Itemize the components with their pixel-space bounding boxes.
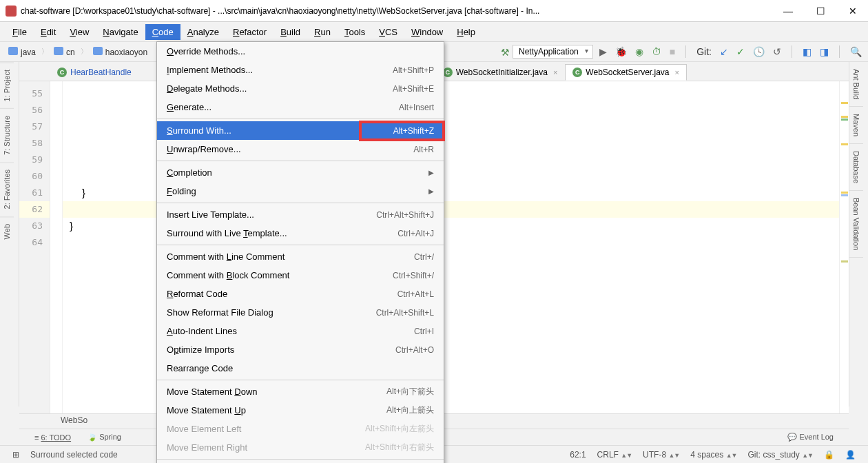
windows-icon[interactable]: ⊞ (7, 450, 25, 460)
run-config-selector[interactable]: NettyApplication (513, 45, 593, 59)
right-tool-gutter: Ant BuildMavenDatabaseBean Validation (849, 62, 868, 407)
menu-item[interactable]: Unwrap/Remove...Alt+R (157, 140, 444, 158)
menu-item[interactable]: Surround with Live Template...Ctrl+Alt+J (157, 224, 444, 243)
coverage-icon[interactable]: ◉ (633, 46, 645, 57)
vcs-commit-icon[interactable]: ✓ (734, 46, 747, 57)
menu-tools[interactable]: Tools (338, 24, 372, 40)
crumb-pkg[interactable]: haoxiaoyon (89, 45, 152, 59)
window-title: chat-software [D:\workspace01\study\chat… (21, 6, 778, 16)
maximize-button[interactable]: ☐ (811, 6, 831, 17)
menu-item: Move Element LeftAlt+Shift+向左箭头 (157, 420, 444, 438)
tool-tab[interactable]: Bean Validation (849, 191, 863, 258)
tool-tab[interactable]: Web (0, 216, 14, 246)
menu-analyze[interactable]: Analyze (180, 24, 226, 40)
menu-item[interactable]: Surround With...Alt+Shift+Z (157, 121, 444, 140)
tool-tab[interactable]: 7: Structure (0, 108, 14, 162)
menu-window[interactable]: Window (404, 24, 450, 40)
left-tool-gutter: 1: Project7: Structure2: FavoritesWeb (0, 62, 19, 407)
tool-tab[interactable]: 2: Favorites (0, 162, 14, 216)
close-button[interactable]: ✕ (843, 6, 862, 17)
menu-vcs[interactable]: VCS (372, 24, 404, 40)
vcs-history-icon[interactable]: 🕓 (751, 46, 767, 57)
indent[interactable]: 4 spaces ▲▼ (685, 450, 742, 460)
close-icon[interactable]: × (675, 68, 679, 76)
menu-build[interactable]: Build (273, 24, 307, 40)
code-menu-dropdown: Override Methods...Implement Methods...A… (156, 41, 444, 463)
tool-tab[interactable]: 1: Project (0, 62, 14, 108)
tab-wsserver[interactable]: CWebSocketServer.java× (565, 64, 687, 81)
crumb-java[interactable]: java (4, 45, 40, 59)
line-number: 57 (19, 119, 50, 135)
encoding[interactable]: UTF-8 ▲▼ (637, 450, 685, 460)
spring-tab[interactable]: 🍃 Spring (79, 433, 130, 442)
line-number: 56 (19, 102, 50, 119)
close-icon[interactable]: × (553, 68, 557, 76)
line-number: 58 (19, 135, 50, 152)
inspector-icon[interactable]: 👤 (840, 450, 861, 460)
run-icon[interactable]: ▶ (597, 46, 609, 57)
menu-item[interactable]: Implement Methods...Alt+Shift+P (157, 61, 444, 79)
tool-tab[interactable]: Maven (849, 107, 863, 144)
search-icon[interactable]: 🔍 (848, 46, 864, 57)
menu-item[interactable]: Comment with Line CommentCtrl+/ (157, 247, 444, 266)
git-label: Git: (694, 46, 714, 57)
todo-tab[interactable]: ≡ 6: TODO (26, 433, 79, 442)
forward-icon[interactable]: ◨ (818, 46, 831, 57)
menu-item[interactable]: Override Methods... (157, 42, 444, 61)
menu-item: Move Element RightAlt+Shift+向右箭头 (157, 438, 444, 457)
menu-code[interactable]: Code (145, 24, 180, 40)
menu-help[interactable]: Help (450, 24, 482, 40)
menu-item[interactable]: Completion▶ (157, 163, 444, 182)
marker-strip[interactable] (839, 81, 849, 413)
app-icon (6, 6, 17, 17)
menu-item[interactable]: Move Statement UpAlt+向上箭头 (157, 401, 444, 420)
debug-icon[interactable]: 🐞 (613, 46, 629, 57)
menu-run[interactable]: Run (307, 24, 338, 40)
menu-refactor[interactable]: Refactor (226, 24, 273, 40)
status-message: Surround selected code (25, 450, 123, 460)
menu-item[interactable]: Reformat CodeCtrl+Alt+L (157, 285, 444, 303)
event-log-tab[interactable]: 💬 Event Log (779, 433, 842, 442)
menu-item[interactable]: Optimize ImportsCtrl+Alt+O (157, 340, 444, 359)
crumb-cn[interactable]: cn (50, 45, 79, 59)
menu-navigate[interactable]: Navigate (96, 24, 145, 40)
line-number: 59 (19, 152, 50, 168)
git-branch[interactable]: Git: css_study ▲▼ (742, 450, 818, 460)
tool-tab[interactable]: Database (849, 144, 863, 191)
tab-wsinit[interactable]: CWebSocketInitializer.java× (435, 64, 566, 81)
line-number: 62 (19, 201, 50, 218)
stop-icon[interactable]: ■ (668, 46, 677, 57)
menu-item[interactable]: Move Statement DownAlt+向下箭头 (157, 382, 444, 401)
menu-item[interactable]: Auto-Indent LinesCtrl+I (157, 322, 444, 340)
menu-item[interactable]: Rearrange Code (157, 359, 444, 378)
line-number: 64 (19, 234, 50, 251)
line-number: 60 (19, 168, 50, 185)
caret-position[interactable]: 62:1 (564, 450, 591, 460)
profile-icon[interactable]: ⏱ (650, 46, 663, 57)
tool-tab[interactable]: Ant Build (849, 62, 863, 107)
menu-item[interactable]: Insert Live Template...Ctrl+Alt+Shift+J (157, 205, 444, 224)
line-number: 63 (19, 218, 50, 234)
menu-view[interactable]: View (63, 24, 96, 40)
menu-item[interactable]: Comment with Block CommentCtrl+Shift+/ (157, 266, 444, 285)
menu-item[interactable]: Delegate Methods...Alt+Shift+E (157, 79, 444, 98)
minimize-button[interactable]: — (778, 6, 798, 17)
menu-bar: FileEditViewNavigateCodeAnalyzeRefactorB… (0, 22, 868, 41)
line-number: 55 (19, 85, 50, 102)
vcs-update-icon[interactable]: ↙ (718, 46, 730, 57)
menu-file[interactable]: File (6, 24, 34, 40)
tab-hearbeat[interactable]: CHearBeatHandle (50, 64, 139, 81)
line-ending[interactable]: CRLF ▲▼ (592, 450, 638, 460)
build-icon[interactable]: ⚒ (499, 47, 508, 56)
menu-edit[interactable]: Edit (34, 24, 63, 40)
back-icon[interactable]: ◧ (800, 46, 814, 57)
lock-icon[interactable]: 🔒 (818, 450, 840, 460)
line-number: 61 (19, 185, 50, 201)
menu-item[interactable]: Generate...Alt+Insert (157, 98, 444, 116)
vcs-revert-icon[interactable]: ↺ (771, 46, 783, 57)
menu-item[interactable]: Folding▶ (157, 182, 444, 200)
title-bar: chat-software [D:\workspace01\study\chat… (0, 0, 868, 22)
menu-item[interactable]: Show Reformat File DialogCtrl+Alt+Shift+… (157, 303, 444, 322)
